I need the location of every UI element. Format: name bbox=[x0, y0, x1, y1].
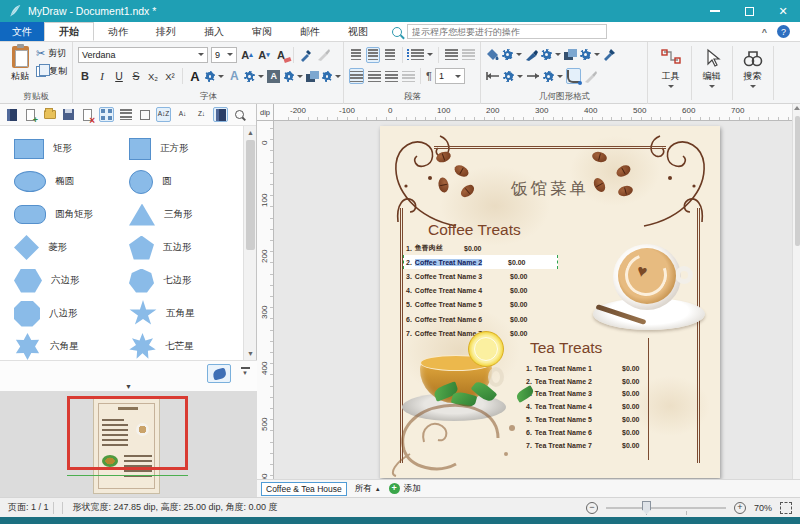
scroll-up-icon[interactable] bbox=[794, 106, 800, 110]
open-library-icon[interactable] bbox=[42, 107, 57, 122]
collapse-ribbon-icon[interactable]: ^ bbox=[762, 27, 767, 37]
bullet-list-button[interactable] bbox=[408, 47, 424, 63]
zoom-slider-handle[interactable] bbox=[642, 501, 651, 515]
menu-item-row[interactable]: 6. Tea Treat Name 6 $0.00 bbox=[526, 426, 644, 439]
menu-item-row[interactable]: 2. Tea Treat Name 2 $0.00 bbox=[526, 375, 644, 388]
shadow-button[interactable] bbox=[564, 49, 577, 60]
underline-button[interactable]: U bbox=[112, 68, 126, 84]
text-outline-settings-icon[interactable] bbox=[244, 71, 254, 82]
shape-item[interactable]: 菱形 bbox=[14, 231, 129, 264]
subscript-button[interactable]: X₂ bbox=[146, 68, 160, 84]
shape-item[interactable]: 六边形 bbox=[14, 264, 129, 297]
menu-tab[interactable]: 插入 bbox=[190, 22, 238, 41]
save-library-icon[interactable] bbox=[61, 107, 76, 122]
menu-tab[interactable]: 审阅 bbox=[238, 22, 286, 41]
viewport-rectangle[interactable] bbox=[67, 396, 188, 470]
menu-item-row[interactable]: 3. Coffee Treat Name 3 $0.00 bbox=[406, 269, 558, 283]
maximize-button[interactable] bbox=[732, 0, 766, 22]
shape-item[interactable]: 五边形 bbox=[129, 231, 244, 264]
text-background-button[interactable] bbox=[306, 71, 318, 82]
stroke-settings-icon[interactable] bbox=[541, 49, 552, 60]
shadow-settings-icon[interactable] bbox=[580, 49, 591, 60]
geometry-brush-icon[interactable] bbox=[584, 70, 597, 83]
cut-button[interactable]: ✂剪切 bbox=[36, 47, 67, 60]
begin-arrowhead-icon[interactable] bbox=[486, 71, 500, 81]
begin-arrowhead-settings-icon[interactable] bbox=[503, 71, 514, 82]
menu-item-row[interactable]: 4. Tea Treat Name 4 $0.00 bbox=[526, 400, 644, 413]
menu-item-row[interactable]: 2. Coffee Treat Name 2 $0.00 bbox=[403, 255, 558, 269]
sort-descending-icon[interactable]: Z↓ bbox=[194, 107, 209, 122]
new-library-icon[interactable] bbox=[23, 107, 38, 122]
stroke-pen-icon[interactable] bbox=[525, 48, 538, 61]
chevron-down-icon[interactable] bbox=[555, 53, 561, 56]
chevron-down-icon[interactable] bbox=[218, 75, 224, 78]
menu-item-row[interactable]: 1. Tea Treat Name 1 $0.00 bbox=[526, 362, 644, 375]
shape-item[interactable]: 圆角矩形 bbox=[14, 198, 129, 231]
bold-button[interactable]: B bbox=[78, 68, 92, 84]
fill-bucket-icon[interactable] bbox=[486, 48, 499, 61]
chevron-down-icon[interactable] bbox=[516, 53, 522, 56]
library-book-icon[interactable] bbox=[4, 107, 19, 122]
align-bottom-button[interactable] bbox=[383, 47, 397, 63]
menu-item-row[interactable]: 3. Tea Treat Name 3 $0.00 bbox=[526, 388, 644, 401]
coffee-heading[interactable]: Coffee Treats bbox=[428, 221, 521, 239]
align-center-button[interactable] bbox=[367, 68, 381, 84]
shape-item[interactable]: 矩形 bbox=[14, 132, 129, 165]
clear-formatting-button[interactable]: A bbox=[274, 47, 288, 63]
cappuccino-image[interactable]: ♥ bbox=[585, 238, 715, 333]
chevron-down-icon[interactable] bbox=[427, 53, 433, 56]
italic-button[interactable]: I bbox=[95, 68, 109, 84]
increase-font-button[interactable]: A bbox=[240, 47, 254, 63]
pan-and-zoom-pane[interactable] bbox=[0, 391, 257, 497]
edit-button[interactable]: 编辑 bbox=[693, 44, 730, 100]
fit-page-button[interactable] bbox=[780, 502, 792, 514]
zoom-slider[interactable] bbox=[606, 501, 726, 515]
pan-mode-button[interactable] bbox=[207, 364, 231, 383]
close-button[interactable]: ✕ bbox=[766, 0, 800, 22]
font-size-combo[interactable]: 9 bbox=[211, 47, 237, 63]
menu-tab[interactable]: 视图 bbox=[334, 22, 382, 41]
list-view-icon[interactable] bbox=[118, 107, 133, 122]
decrease-indent-button[interactable] bbox=[461, 47, 475, 63]
icons-view-icon[interactable] bbox=[137, 107, 152, 122]
sort-default-icon[interactable]: A↕Z bbox=[156, 107, 171, 122]
shape-item[interactable]: 椭圆 bbox=[14, 165, 129, 198]
tell-me-search[interactable] bbox=[392, 22, 607, 41]
text-fill-button[interactable]: A bbox=[188, 68, 202, 84]
chevron-down-icon[interactable] bbox=[594, 53, 600, 56]
help-button[interactable]: ? bbox=[777, 25, 790, 38]
chevron-down-icon[interactable] bbox=[297, 75, 303, 78]
zoom-in-button[interactable]: + bbox=[734, 502, 746, 514]
superscript-button[interactable]: X² bbox=[163, 68, 177, 84]
shape-list-scrollbar[interactable]: ▲ ▼ bbox=[243, 126, 256, 360]
chevron-down-icon[interactable] bbox=[557, 75, 563, 78]
shape-item[interactable]: 八边形 bbox=[14, 297, 129, 330]
menu-item-row[interactable]: 4. Coffee Treat Name 4 $0.00 bbox=[406, 284, 558, 298]
thumbnails-view-icon[interactable] bbox=[99, 107, 114, 122]
chevron-down-icon[interactable] bbox=[335, 75, 341, 78]
copy-button[interactable]: 复制 bbox=[36, 65, 67, 78]
scroll-up-icon[interactable]: ▲ bbox=[244, 126, 257, 139]
shape-item[interactable]: 五角星 bbox=[129, 297, 244, 330]
shape-item[interactable]: 三角形 bbox=[129, 198, 244, 231]
justify-button[interactable] bbox=[401, 68, 415, 84]
collapse-pane-icon[interactable]: ▼ bbox=[0, 383, 257, 390]
sort-ascending-icon[interactable]: A↓ bbox=[175, 107, 190, 122]
text-highlight-settings-icon[interactable] bbox=[284, 71, 294, 82]
active-page-tab[interactable]: Coffee & Tea House bbox=[261, 482, 347, 496]
scrollbar-thumb[interactable] bbox=[795, 116, 800, 246]
end-arrowhead-icon[interactable] bbox=[526, 71, 540, 81]
menu-tab[interactable]: 排列 bbox=[142, 22, 190, 41]
corner-rounding-button[interactable] bbox=[566, 68, 581, 84]
text-fill-settings-icon[interactable] bbox=[205, 71, 215, 82]
filter-button[interactable]: ▼ bbox=[239, 367, 251, 376]
menu-item-row[interactable]: 5. Tea Treat Name 5 $0.00 bbox=[526, 413, 644, 426]
shape-item[interactable]: 七芒星 bbox=[129, 330, 244, 360]
align-top-button[interactable] bbox=[349, 47, 363, 63]
menu-page[interactable]: 饭馆菜单 Coffee Treats 1. 鱼香肉丝 $0.00 bbox=[380, 126, 720, 478]
zoom-out-button[interactable]: − bbox=[586, 502, 598, 514]
all-pages-button[interactable]: 所有 ▲ bbox=[355, 483, 381, 495]
menu-item-row[interactable]: 6. Coffee Treat Name 6 $0.00 bbox=[406, 312, 558, 326]
format-brush-icon[interactable] bbox=[316, 48, 330, 62]
end-arrowhead-settings-icon[interactable] bbox=[543, 71, 554, 82]
